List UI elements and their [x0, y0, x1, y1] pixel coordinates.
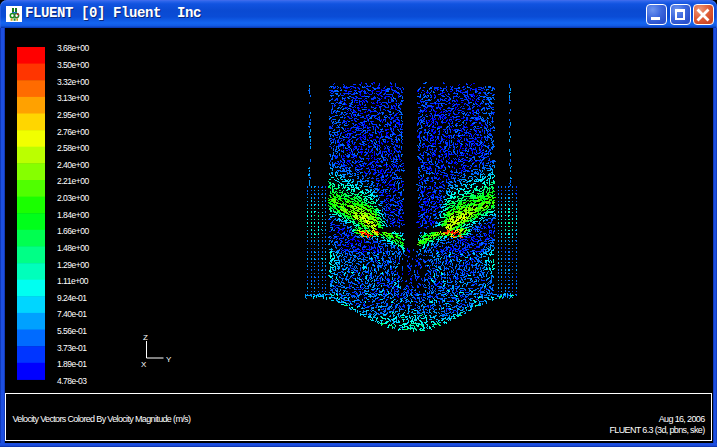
svg-text:X: X	[141, 360, 147, 369]
svg-text:Y: Y	[166, 355, 172, 364]
svg-text:Z: Z	[143, 333, 148, 342]
